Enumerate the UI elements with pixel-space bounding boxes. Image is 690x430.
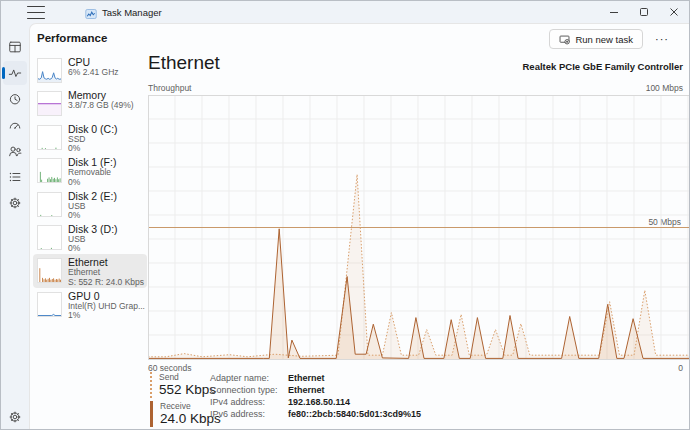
device-item-disk2[interactable]: Disk 2 (E:)USB0% (33, 188, 147, 221)
processes-icon (8, 40, 22, 54)
x-zero-label: 0 (678, 363, 683, 373)
sidebar-item-app-history[interactable] (3, 87, 27, 111)
settings-gear-icon (8, 410, 22, 424)
device-item-cpu[interactable]: CPU6% 2.41 GHz (33, 54, 147, 87)
hamburger-menu-button[interactable] (27, 6, 45, 19)
task-manager-window: Task Manager (0, 0, 690, 430)
ipv6-address-value: fe80::2bcb:5840:5d01:3cd9%15 (288, 409, 421, 420)
app-history-icon (8, 92, 22, 106)
gpu-sparkline (37, 292, 62, 317)
more-options-button[interactable]: ··· (649, 29, 675, 49)
run-new-task-icon (559, 34, 570, 45)
close-button[interactable] (659, 1, 689, 23)
run-new-task-button[interactable]: Run new task (549, 29, 643, 49)
device-item-gpu[interactable]: GPU 0Intel(R) UHD Grap...1% (33, 288, 147, 321)
device-item-disk3[interactable]: Disk 3 (D:)USB0% (33, 221, 147, 254)
navigation-rail (1, 23, 29, 429)
sidebar-item-processes[interactable] (3, 35, 27, 59)
ipv4-address-value: 192.168.50.114 (288, 397, 421, 408)
detail-title: Ethernet (148, 52, 220, 74)
device-item-memory[interactable]: Memory3.8/7.8 GB (49%) (33, 87, 147, 120)
connection-type-value: Ethernet (288, 385, 421, 396)
services-icon (8, 196, 22, 210)
cpu-sparkline (37, 58, 62, 83)
sidebar-item-startup-apps[interactable] (3, 113, 27, 137)
performance-icon (8, 66, 22, 80)
minimize-button[interactable] (599, 1, 629, 23)
adapter-name-value: Ethernet (288, 373, 421, 384)
sidebar-item-settings[interactable] (3, 405, 27, 429)
maximize-button[interactable] (629, 1, 659, 23)
memory-sparkline (37, 91, 62, 116)
adapter-model-label: Realtek PCIe GbE Family Controller (523, 61, 684, 72)
startup-apps-icon (8, 118, 22, 132)
device-item-ethernet[interactable]: EthernetEthernetS: 552 R: 24.0 Kbps (33, 254, 147, 287)
page-title: Performance (37, 32, 107, 44)
content-panel: Performance Run new task ··· CPU6% 2.41 … (29, 23, 689, 429)
device-item-disk1[interactable]: Disk 1 (F:)Removable0% (33, 154, 147, 187)
adapter-properties: Adapter name:Ethernet Connection type:Et… (210, 373, 421, 420)
disk2-sparkline (37, 192, 62, 217)
sidebar-item-services[interactable] (3, 191, 27, 215)
run-new-task-label: Run new task (575, 34, 633, 45)
sidebar-item-details[interactable] (3, 165, 27, 189)
sidebar-item-performance[interactable] (3, 61, 27, 85)
ethernet-sparkline (37, 258, 62, 283)
y-max-label: 100 Mbps (646, 83, 683, 93)
window-title: Task Manager (102, 7, 162, 18)
details-icon (8, 170, 22, 184)
performance-device-list: CPU6% 2.41 GHz Memory3.8/7.8 GB (49%) Di… (33, 54, 147, 321)
device-item-disk0[interactable]: Disk 0 (C:)SSD0% (33, 121, 147, 154)
throughput-label: Throughput (148, 83, 191, 93)
disk3-sparkline (37, 225, 62, 250)
task-manager-app-icon (85, 6, 97, 18)
throughput-chart (148, 95, 690, 360)
titlebar: Task Manager (1, 1, 689, 23)
users-icon (8, 144, 22, 158)
disk0-sparkline (37, 125, 62, 150)
sidebar-item-users[interactable] (3, 139, 27, 163)
disk1-sparkline (37, 158, 62, 183)
